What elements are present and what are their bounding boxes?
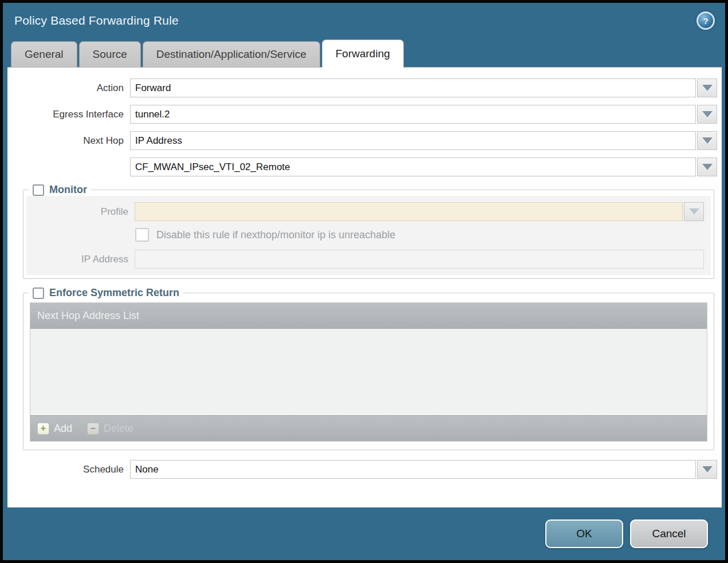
next-hop-address-list-toolbar: + Add – Delete [30, 415, 707, 441]
delete-button: – Delete [87, 423, 133, 435]
next-hop-address-select[interactable]: CF_MWAN_IPsec_VTI_02_Remote [130, 158, 696, 176]
action-dropdown-button[interactable] [697, 78, 717, 97]
add-button-label: Add [54, 423, 72, 435]
schedule-row: Schedule None [7, 460, 717, 479]
action-row: Action Forward [7, 78, 717, 97]
next-hop-address-row: CF_MWAN_IPsec_VTI_02_Remote [7, 158, 717, 176]
next-hop-type-dropdown-button[interactable] [697, 131, 717, 150]
tab-destination-application-service[interactable]: Destination/Application/Service [143, 41, 320, 67]
egress-interface-select[interactable]: tunnel.2 [130, 105, 696, 124]
delete-button-label: Delete [104, 423, 133, 435]
action-select[interactable]: Forward [130, 78, 696, 97]
monitor-panel: Profile Disable this rule if nexthop/mon… [26, 196, 711, 275]
dialog-titlebar: Policy Based Forwarding Rule ? [3, 3, 725, 38]
egress-interface-dropdown-button[interactable] [697, 105, 717, 124]
tab-source[interactable]: Source [79, 41, 141, 67]
schedule-label: Schedule [7, 464, 130, 475]
add-icon: + [37, 423, 49, 435]
chevron-down-icon [702, 85, 713, 91]
schedule-select[interactable]: None [130, 460, 696, 479]
chevron-down-icon [702, 466, 713, 473]
monitor-fieldset: Monitor Profile Disable this rule if nex… [23, 184, 714, 279]
monitor-legend: Monitor [29, 184, 91, 196]
chevron-down-icon [702, 164, 713, 170]
tab-forwarding[interactable]: Forwarding [322, 40, 404, 68]
profile-label: Profile [26, 206, 135, 218]
delete-icon: – [87, 423, 99, 435]
next-hop-address-list-header: Next Hop Address List [30, 303, 707, 329]
forwarding-tab-panel: Action Forward Egress Interface tunnel.2… [7, 67, 722, 507]
egress-interface-row: Egress Interface tunnel.2 [7, 105, 717, 124]
profile-dropdown-button [684, 202, 704, 221]
enforce-symmetric-return-checkbox[interactable] [33, 288, 44, 299]
disable-rule-row: Disable this rule if nexthop/monitor ip … [135, 228, 704, 242]
monitor-checkbox[interactable] [33, 184, 44, 196]
monitor-ip-address-input [135, 250, 704, 269]
next-hop-type-select[interactable]: IP Address [130, 131, 696, 150]
policy-based-forwarding-dialog: Policy Based Forwarding Rule ? General S… [0, 0, 728, 563]
egress-interface-label: Egress Interface [7, 109, 130, 120]
monitor-ip-address-row: IP Address [26, 250, 704, 269]
monitor-legend-label: Monitor [49, 184, 87, 196]
monitor-ip-address-label: IP Address [26, 254, 135, 265]
next-hop-address-list-body[interactable] [30, 329, 707, 415]
disable-rule-label: Disable this rule if nexthop/monitor ip … [156, 229, 395, 241]
chevron-down-icon [702, 111, 713, 117]
tab-strip: General Source Destination/Application/S… [3, 38, 725, 67]
next-hop-address-dropdown-button[interactable] [697, 158, 717, 176]
profile-row: Profile [26, 202, 704, 221]
cancel-button[interactable]: Cancel [630, 519, 708, 548]
tab-general[interactable]: General [11, 41, 77, 67]
next-hop-row: Next Hop IP Address [7, 131, 717, 150]
disable-rule-checkbox [135, 228, 149, 242]
chevron-down-icon [689, 208, 699, 215]
symmetric-return-fieldset: Enforce Symmetric Return Next Hop Addres… [23, 287, 714, 450]
next-hop-address-list-table: Next Hop Address List + Add – Delete [30, 302, 707, 442]
dialog-title: Policy Based Forwarding Rule [14, 14, 179, 27]
chevron-down-icon [702, 137, 713, 144]
help-icon[interactable]: ? [696, 11, 715, 30]
schedule-dropdown-button[interactable] [697, 460, 717, 479]
action-label: Action [7, 82, 130, 94]
symmetric-return-legend: Enforce Symmetric Return [29, 287, 183, 299]
next-hop-label: Next Hop [7, 135, 130, 147]
profile-select [135, 202, 683, 221]
dialog-footer: OK Cancel [3, 507, 725, 560]
add-button[interactable]: + Add [37, 423, 72, 435]
ok-button[interactable]: OK [545, 519, 623, 548]
symmetric-return-legend-label: Enforce Symmetric Return [49, 287, 179, 299]
